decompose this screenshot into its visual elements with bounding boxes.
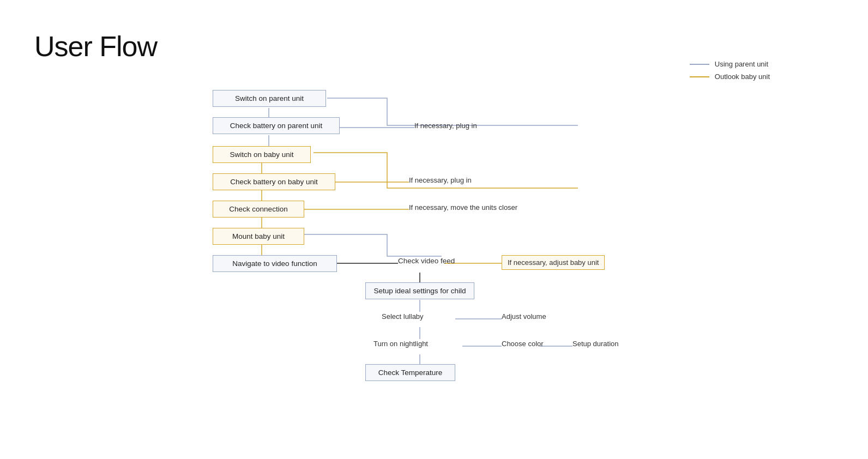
node-setup-settings: Setup ideal settings for child — [365, 282, 474, 299]
page-title: User Flow — [34, 30, 157, 63]
node-navigate-video: Navigate to video function — [213, 255, 337, 272]
legend-item-gold: Outlook baby unit — [690, 73, 770, 81]
label-move-closer: If necessary, move the units closer — [409, 203, 517, 212]
label-choose-color: Choose color — [502, 340, 544, 348]
node-check-connection: Check connection — [213, 201, 304, 218]
node-switch-baby: Switch on baby unit — [213, 146, 311, 163]
legend-label-gold: Outlook baby unit — [715, 73, 770, 81]
legend-item-blue: Using parent unit — [690, 60, 770, 68]
legend: Using parent unit Outlook baby unit — [690, 60, 770, 81]
label-adjust-baby: If necessary, adjust baby unit — [502, 255, 605, 270]
label-plug-baby: If necessary, plug in — [409, 176, 472, 184]
node-check-battery-parent: Check battery on parent unit — [213, 117, 340, 134]
label-setup-duration: Setup duration — [572, 340, 619, 348]
label-adjust-volume: Adjust volume — [502, 312, 546, 321]
label-check-video: Check video feed — [398, 257, 455, 265]
node-check-temperature: Check Temperature — [365, 364, 455, 381]
label-plug-parent: If necessary, plug in — [414, 122, 477, 130]
legend-label-blue: Using parent unit — [715, 60, 768, 68]
label-select-lullaby: Select lullaby — [382, 312, 424, 321]
node-check-battery-baby: Check battery on baby unit — [213, 173, 335, 190]
flow-diagram: Switch on parent unit Check battery on p… — [207, 87, 589, 442]
node-mount-baby: Mount baby unit — [213, 228, 304, 245]
legend-line-blue — [690, 64, 709, 65]
legend-line-gold — [690, 76, 709, 77]
node-switch-parent: Switch on parent unit — [213, 90, 326, 107]
label-turn-nightlight: Turn on nightlight — [373, 340, 428, 348]
